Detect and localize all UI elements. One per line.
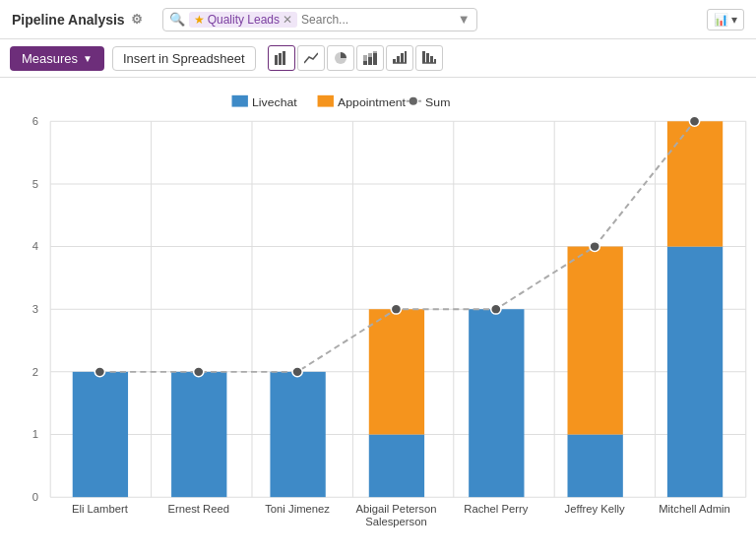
bar-chart-button[interactable] <box>268 45 295 71</box>
y-label-2: 2 <box>32 366 38 378</box>
svg-rect-0 <box>275 55 278 65</box>
y-label-4: 4 <box>32 241 38 253</box>
legend-appointment-swatch <box>318 95 334 107</box>
bar-eli-livechat <box>73 372 128 497</box>
svg-rect-8 <box>373 51 377 53</box>
sum-dot-eli <box>94 367 104 377</box>
filter-tag-label: Quality Leads <box>208 13 280 27</box>
search-bar: 🔍 ★ Quality Leads ✕ ▼ <box>162 8 477 31</box>
measures-dropdown-icon: ▼ <box>83 53 93 64</box>
header: Pipeline Analysis ⚙ 🔍 ★ Quality Leads ✕ … <box>0 0 756 39</box>
legend-appointment-label: Appointment <box>338 95 407 109</box>
label-mitchell: Mitchell Admin <box>659 503 730 515</box>
search-input[interactable] <box>301 13 450 27</box>
bar-jeffrey-livechat <box>568 435 623 498</box>
label-toni: Toni Jimenez <box>265 503 330 515</box>
bar-chart-svg: Livechat Appointment Sum 0 1 2 3 4 5 6 <box>0 88 756 550</box>
y-label-1: 1 <box>32 429 38 441</box>
star-icon: ★ <box>194 13 205 27</box>
svg-rect-11 <box>393 59 396 63</box>
svg-rect-17 <box>426 53 429 63</box>
y-label-3: 3 <box>32 303 38 315</box>
search-dropdown-icon[interactable]: ▼ <box>458 12 471 27</box>
insert-label: Insert in Spreadsheet <box>123 51 245 66</box>
legend-livechat-label: Livechat <box>252 95 297 109</box>
label-jeffrey: Jeffrey Kelly <box>565 503 626 515</box>
bar-rachel-livechat <box>469 309 524 497</box>
line-chart-button[interactable] <box>297 45 325 71</box>
bar-mitchell-livechat <box>667 247 723 498</box>
gear-icon[interactable]: ⚙ <box>131 12 143 27</box>
svg-rect-6 <box>368 53 372 57</box>
bar-ernest-livechat <box>171 372 226 497</box>
descending-sort-button[interactable] <box>415 45 443 71</box>
stacked-bar-button[interactable] <box>356 45 384 71</box>
bar-abigail-livechat <box>369 435 424 498</box>
filter-close-icon[interactable]: ✕ <box>283 13 292 27</box>
pie-chart-button[interactable] <box>327 45 354 71</box>
sum-dot-jeffrey <box>590 242 599 252</box>
y-label-5: 5 <box>32 178 38 190</box>
svg-rect-1 <box>279 53 282 65</box>
bar-mitchell-appointment <box>667 121 723 246</box>
svg-rect-14 <box>405 51 407 63</box>
ascending-sort-button[interactable] <box>386 45 413 71</box>
label-abigail: Abigail Peterson <box>355 503 436 515</box>
svg-rect-7 <box>368 57 372 65</box>
sum-dot-abigail <box>391 304 401 314</box>
chart-type-buttons <box>268 45 443 71</box>
toolbar: Measures ▼ Insert in Spreadsheet <box>0 39 756 78</box>
svg-rect-13 <box>401 53 404 63</box>
page-title: Pipeline Analysis ⚙ <box>12 12 143 28</box>
bar-jeffrey-appointment <box>568 247 623 435</box>
legend-livechat-swatch <box>232 95 248 107</box>
filter-tag[interactable]: ★ Quality Leads ✕ <box>189 12 297 28</box>
search-icon: 🔍 <box>169 12 185 27</box>
sum-dot-toni <box>292 367 302 377</box>
sum-dot-mitchell <box>689 116 699 126</box>
y-label-0: 0 <box>32 491 38 503</box>
svg-rect-16 <box>422 51 425 63</box>
y-label-6: 6 <box>32 115 38 127</box>
svg-rect-2 <box>283 51 285 65</box>
svg-rect-12 <box>397 56 400 63</box>
legend-sum-dot <box>410 97 417 105</box>
insert-spreadsheet-button[interactable]: Insert in Spreadsheet <box>112 46 256 71</box>
svg-rect-18 <box>430 56 433 63</box>
bar-toni-livechat <box>270 372 325 497</box>
bar-abigail-appointment <box>369 309 424 434</box>
label-ernest: Ernest Reed <box>167 503 229 515</box>
svg-rect-4 <box>363 55 367 61</box>
label-rachel: Rachel Perry <box>464 503 529 515</box>
label-abigail-sub: Salesperson <box>365 516 427 527</box>
sum-dot-ernest <box>194 367 204 377</box>
title-text: Pipeline Analysis <box>12 12 125 28</box>
svg-rect-5 <box>363 61 367 65</box>
legend-sum-label: Sum <box>425 95 450 109</box>
measures-button[interactable]: Measures ▼ <box>10 46 104 71</box>
sum-dot-rachel <box>491 304 501 314</box>
svg-rect-9 <box>373 53 377 65</box>
measures-label: Measures <box>22 51 78 66</box>
view-toggle-button[interactable]: 📊 ▾ <box>707 9 744 31</box>
label-eli: Eli Lambert <box>72 503 128 515</box>
chart-area: Livechat Appointment Sum 0 1 2 3 4 5 6 <box>0 78 756 550</box>
svg-rect-19 <box>434 59 436 63</box>
